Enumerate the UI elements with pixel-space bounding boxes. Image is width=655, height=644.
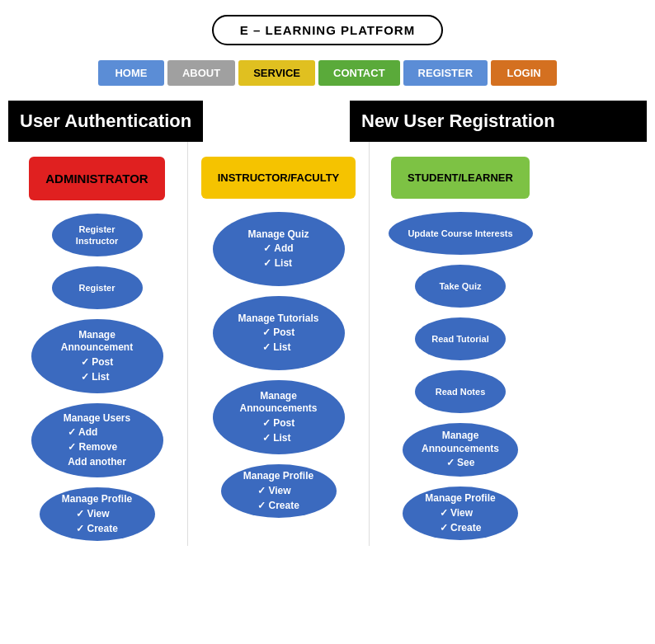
student-manage-announcements: Manage Announcements ✓ See — [403, 423, 518, 477]
instructor-manage-tutorials: Manage Tutorials ✓ Post ✓ List — [213, 296, 345, 370]
instructor-column: INSTRUCTOR/FACULTY Manage Quiz ✓ Add ✓ L… — [188, 142, 370, 546]
admin-manage-announcement: Manage Announcement ✓ Post ✓ List — [31, 319, 163, 393]
navigation: HOME ABOUT SERVICE CONTACT REGISTER LOGI… — [0, 54, 655, 92]
nav-register[interactable]: REGISTER — [403, 60, 488, 86]
admin-badge: ADMINISTRATOR — [29, 157, 164, 200]
student-column: STUDENT/LEARNER Update Course Interests … — [370, 142, 551, 546]
header: E – LEARNING PLATFORM — [0, 0, 655, 54]
user-auth-header: User Authentication — [8, 101, 203, 142]
student-badge: STUDENT/LEARNER — [391, 157, 530, 199]
admin-column: ADMINISTRATOR Register Instructor Regist… — [7, 142, 188, 546]
admin-manage-profile: Manage Profile ✓ View ✓ Create — [40, 487, 155, 541]
new-user-reg-header: New User Registration — [350, 101, 647, 142]
nav-contact[interactable]: CONTACT — [318, 60, 400, 86]
admin-register: Register — [52, 266, 143, 309]
admin-register-instructor: Register Instructor — [52, 214, 143, 256]
nav-about[interactable]: ABOUT — [167, 60, 235, 86]
admin-manage-users: Manage Users ✓ Add ✓ Remove Add another — [31, 403, 163, 477]
instructor-badge: INSTRUCTOR/FACULTY — [201, 157, 356, 199]
nav-login[interactable]: LOGIN — [491, 60, 557, 86]
student-update-course: Update Course Interests — [389, 212, 533, 255]
instructor-manage-profile: Manage Profile ✓ View ✓ Create — [221, 464, 337, 518]
instructor-manage-quiz: Manage Quiz ✓ Add ✓ List — [213, 212, 345, 286]
instructor-manage-announcements: Manage Announcements ✓ Post ✓ List — [213, 380, 345, 454]
student-read-tutorial: Read Tutorial — [415, 317, 506, 360]
nav-home[interactable]: HOME — [98, 60, 164, 86]
nav-service[interactable]: SERVICE — [238, 60, 315, 86]
student-read-notes: Read Notes — [415, 370, 506, 413]
student-manage-profile: Manage Profile ✓ View ✓ Create — [403, 487, 518, 540]
platform-title: E – LEARNING PLATFORM — [212, 15, 443, 45]
student-take-quiz: Take Quiz — [415, 265, 506, 308]
